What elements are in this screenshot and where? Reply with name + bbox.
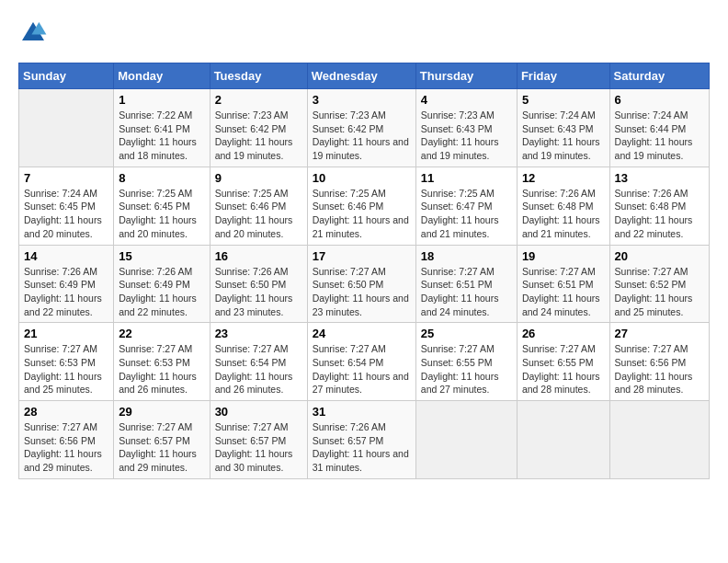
day-number: 8 <box>119 171 204 185</box>
sunrise-text: Sunrise: 7:23 AM <box>313 109 386 121</box>
calendar-header-row: SundayMondayTuesdayWednesdayThursdayFrid… <box>19 63 710 89</box>
calendar-cell: 12Sunrise: 7:26 AMSunset: 6:48 PMDayligh… <box>517 167 609 245</box>
sunrise-text: Sunrise: 7:27 AM <box>215 421 289 432</box>
sunset-text: Sunset: 6:56 PM <box>615 357 687 368</box>
sunset-text: Sunset: 6:45 PM <box>119 201 190 212</box>
sunset-text: Sunset: 6:43 PM <box>421 123 493 134</box>
sunrise-text: Sunrise: 7:27 AM <box>522 343 596 354</box>
daylight-text: Daylight: 11 hours and 20 minutes. <box>119 214 197 239</box>
calendar-cell: 14Sunrise: 7:26 AMSunset: 6:49 PMDayligh… <box>19 245 114 323</box>
calendar-cell: 19Sunrise: 7:27 AMSunset: 6:51 PMDayligh… <box>517 245 609 323</box>
day-info: Sunrise: 7:24 AMSunset: 6:45 PMDaylight:… <box>24 187 108 241</box>
sunset-text: Sunset: 6:46 PM <box>313 201 384 212</box>
day-info: Sunrise: 7:27 AMSunset: 6:51 PMDaylight:… <box>421 265 512 319</box>
sunrise-text: Sunrise: 7:26 AM <box>24 266 97 277</box>
calendar-cell: 1Sunrise: 7:22 AMSunset: 6:41 PMDaylight… <box>114 89 210 167</box>
daylight-text: Daylight: 11 hours and 29 minutes. <box>119 448 197 473</box>
calendar-cell: 10Sunrise: 7:25 AMSunset: 6:46 PMDayligh… <box>307 167 415 245</box>
day-info: Sunrise: 7:23 AMSunset: 6:42 PMDaylight:… <box>313 109 411 163</box>
calendar-cell: 16Sunrise: 7:26 AMSunset: 6:50 PMDayligh… <box>210 245 307 323</box>
day-number: 17 <box>313 249 411 263</box>
day-number: 31 <box>313 405 411 419</box>
sunrise-text: Sunrise: 7:26 AM <box>215 266 289 277</box>
sunrise-text: Sunrise: 7:27 AM <box>119 421 192 432</box>
calendar-cell: 13Sunrise: 7:26 AMSunset: 6:48 PMDayligh… <box>609 167 709 245</box>
sunrise-text: Sunrise: 7:26 AM <box>615 188 688 199</box>
calendar-cell: 15Sunrise: 7:26 AMSunset: 6:49 PMDayligh… <box>114 245 210 323</box>
day-info: Sunrise: 7:26 AMSunset: 6:49 PMDaylight:… <box>24 265 108 319</box>
daylight-text: Daylight: 11 hours and 30 minutes. <box>215 448 293 473</box>
daylight-text: Daylight: 11 hours and 29 minutes. <box>24 448 102 473</box>
sunrise-text: Sunrise: 7:27 AM <box>421 266 495 277</box>
calendar-table: SundayMondayTuesdayWednesdayThursdayFrid… <box>18 63 710 479</box>
sunrise-text: Sunrise: 7:27 AM <box>615 343 688 354</box>
calendar-cell: 28Sunrise: 7:27 AMSunset: 6:56 PMDayligh… <box>19 401 114 479</box>
week-row-4: 28Sunrise: 7:27 AMSunset: 6:56 PMDayligh… <box>19 401 710 479</box>
day-info: Sunrise: 7:26 AMSunset: 6:48 PMDaylight:… <box>522 187 605 241</box>
page-header <box>18 18 710 48</box>
sunrise-text: Sunrise: 7:23 AM <box>421 109 495 121</box>
daylight-text: Daylight: 11 hours and 20 minutes. <box>24 214 102 239</box>
sunset-text: Sunset: 6:50 PM <box>313 279 384 290</box>
sunset-text: Sunset: 6:56 PM <box>24 435 96 446</box>
header-day-thursday: Thursday <box>415 63 517 89</box>
day-number: 16 <box>215 249 302 263</box>
sunrise-text: Sunrise: 7:22 AM <box>119 109 192 121</box>
day-number: 1 <box>119 93 204 107</box>
daylight-text: Daylight: 11 hours and 27 minutes. <box>313 371 409 396</box>
day-info: Sunrise: 7:23 AMSunset: 6:43 PMDaylight:… <box>421 109 512 163</box>
sunset-text: Sunset: 6:48 PM <box>522 201 594 212</box>
calendar-cell: 24Sunrise: 7:27 AMSunset: 6:54 PMDayligh… <box>307 323 415 401</box>
day-number: 18 <box>421 249 512 263</box>
daylight-text: Daylight: 11 hours and 19 minutes. <box>421 136 499 161</box>
day-number: 27 <box>615 327 704 340</box>
day-info: Sunrise: 7:25 AMSunset: 6:46 PMDaylight:… <box>313 187 411 241</box>
sunset-text: Sunset: 6:53 PM <box>24 357 96 368</box>
daylight-text: Daylight: 11 hours and 21 minutes. <box>522 214 600 239</box>
daylight-text: Daylight: 11 hours and 19 minutes. <box>615 136 693 161</box>
week-row-0: 1Sunrise: 7:22 AMSunset: 6:41 PMDaylight… <box>19 89 710 167</box>
day-info: Sunrise: 7:22 AMSunset: 6:41 PMDaylight:… <box>119 109 204 163</box>
sunrise-text: Sunrise: 7:27 AM <box>615 266 688 277</box>
day-info: Sunrise: 7:27 AMSunset: 6:55 PMDaylight:… <box>421 342 512 396</box>
sunset-text: Sunset: 6:45 PM <box>24 201 96 212</box>
sunset-text: Sunset: 6:51 PM <box>421 279 493 290</box>
day-number: 7 <box>24 171 108 185</box>
sunrise-text: Sunrise: 7:24 AM <box>522 109 596 121</box>
day-info: Sunrise: 7:23 AMSunset: 6:42 PMDaylight:… <box>215 109 302 163</box>
day-number: 4 <box>421 93 512 107</box>
header-day-tuesday: Tuesday <box>210 63 307 89</box>
day-info: Sunrise: 7:26 AMSunset: 6:57 PMDaylight:… <box>313 420 411 475</box>
day-number: 24 <box>313 327 411 340</box>
day-number: 21 <box>24 327 108 340</box>
sunset-text: Sunset: 6:51 PM <box>522 279 594 290</box>
header-day-sunday: Sunday <box>19 63 114 89</box>
day-number: 20 <box>615 249 704 263</box>
day-number: 12 <box>522 171 605 185</box>
calendar-cell <box>609 401 709 479</box>
day-info: Sunrise: 7:27 AMSunset: 6:52 PMDaylight:… <box>615 265 704 319</box>
day-number: 13 <box>615 171 704 185</box>
sunrise-text: Sunrise: 7:27 AM <box>313 266 386 277</box>
day-number: 10 <box>313 171 411 185</box>
sunset-text: Sunset: 6:54 PM <box>215 357 287 368</box>
calendar-cell: 20Sunrise: 7:27 AMSunset: 6:52 PMDayligh… <box>609 245 709 323</box>
day-number: 22 <box>119 327 204 340</box>
sunrise-text: Sunrise: 7:24 AM <box>615 109 688 121</box>
day-number: 29 <box>119 405 204 419</box>
sunset-text: Sunset: 6:41 PM <box>119 123 190 134</box>
daylight-text: Daylight: 11 hours and 20 minutes. <box>215 214 293 239</box>
day-info: Sunrise: 7:27 AMSunset: 6:51 PMDaylight:… <box>522 265 605 319</box>
calendar-cell: 27Sunrise: 7:27 AMSunset: 6:56 PMDayligh… <box>609 323 709 401</box>
day-info: Sunrise: 7:27 AMSunset: 6:57 PMDaylight:… <box>215 420 302 475</box>
sunset-text: Sunset: 6:48 PM <box>615 201 687 212</box>
sunrise-text: Sunrise: 7:27 AM <box>24 421 97 432</box>
daylight-text: Daylight: 11 hours and 31 minutes. <box>313 448 409 473</box>
day-number: 11 <box>421 171 512 185</box>
day-info: Sunrise: 7:26 AMSunset: 6:48 PMDaylight:… <box>615 187 704 241</box>
day-number: 23 <box>215 327 302 340</box>
day-number: 3 <box>313 93 411 107</box>
daylight-text: Daylight: 11 hours and 19 minutes. <box>522 136 600 161</box>
week-row-2: 14Sunrise: 7:26 AMSunset: 6:49 PMDayligh… <box>19 245 710 323</box>
daylight-text: Daylight: 11 hours and 28 minutes. <box>615 371 693 396</box>
